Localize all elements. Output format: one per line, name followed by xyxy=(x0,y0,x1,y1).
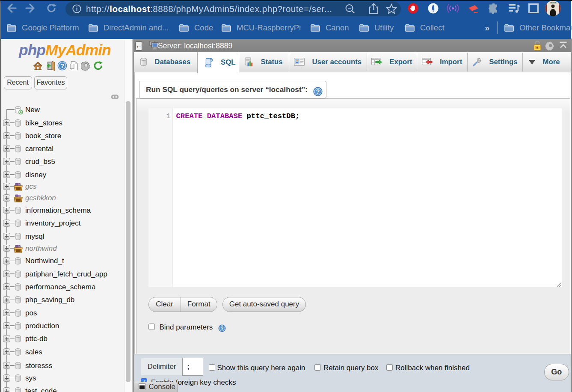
svg-text:?: ? xyxy=(221,326,224,331)
svg-text:TIME: TIME xyxy=(549,1,557,4)
svg-text:?: ? xyxy=(60,62,64,69)
svg-text:?: ? xyxy=(316,88,320,95)
